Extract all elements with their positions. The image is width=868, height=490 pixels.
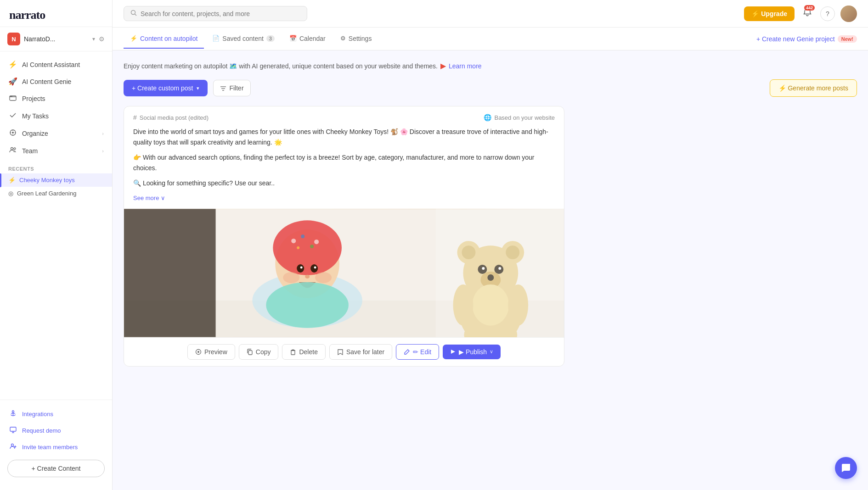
publish-label: ▶ Publish [459, 348, 487, 356]
notification-badge: 442 [804, 5, 815, 11]
sidebar-item-label: Team [22, 147, 97, 155]
chat-bubble-button[interactable] [835, 457, 857, 479]
workspace-gear-icon[interactable]: ⚙ [99, 35, 105, 43]
main-area: ⚡ Upgrade 442 ? ⚡ Content on autopilot 📄… [113, 0, 868, 490]
filter-button[interactable]: Filter [213, 80, 250, 96]
file-tab-icon: 📄 [212, 35, 220, 42]
tab-label: Saved content [222, 35, 264, 42]
anchor-icon [8, 410, 17, 418]
team-icon [8, 146, 17, 156]
create-post-label: + Create custom post [132, 84, 193, 92]
learn-more-link[interactable]: Learn more [449, 62, 482, 70]
integrations-link[interactable]: Integrations [0, 406, 112, 422]
preview-button[interactable]: Preview [187, 344, 235, 360]
sidebar-item-ai-assistant[interactable]: ⚡ AI Content Assistant [0, 56, 112, 73]
svg-rect-25 [124, 209, 216, 337]
tab-settings[interactable]: ⚙ Settings [334, 29, 378, 49]
recent-item-green-leaf[interactable]: ◎ Green Leaf Gardening [0, 187, 112, 200]
hash-icon: # [133, 114, 137, 121]
avatar-image [840, 6, 857, 22]
tab-label: Calendar [299, 35, 326, 42]
sidebar-item-label: Organize [22, 130, 97, 137]
svg-point-33 [310, 245, 314, 248]
request-demo-link[interactable]: Request demo [0, 422, 112, 439]
search-icon [130, 10, 137, 17]
workspace-name: NarratoD... [24, 35, 89, 43]
sidebar-item-ai-genie[interactable]: 🚀 AI Content Genie [0, 73, 112, 90]
edit-button[interactable]: ✏ Edit [396, 344, 439, 360]
search-input[interactable] [141, 10, 300, 17]
sidebar-item-organize[interactable]: Organize › [0, 125, 112, 142]
post-card-header: # Social media post (edited) 🌐 Based on … [124, 106, 564, 125]
edit-label: ✏ Edit [413, 348, 431, 356]
globe-icon: 🌐 [484, 114, 491, 121]
post-source: 🌐 Based on your website [484, 114, 555, 121]
topbar-right: ⚡ Upgrade 442 ? [744, 5, 857, 22]
create-custom-post-button[interactable]: + Create custom post ▾ [124, 80, 208, 96]
invite-team-link[interactable]: Invite team members [0, 439, 112, 455]
leaf-icon: ◎ [8, 190, 13, 197]
svg-point-36 [300, 266, 303, 268]
post-actions: Preview Copy Delete [124, 337, 564, 366]
svg-point-34 [297, 264, 304, 273]
content-area: Enjoy content marketing on autopilot 🗺️ … [113, 50, 868, 490]
help-button[interactable]: ? [820, 6, 835, 21]
folder-icon [8, 94, 17, 103]
save-later-label: Save for later [346, 348, 384, 356]
svg-rect-59 [436, 209, 564, 337]
recent-item-cheeky-monkey[interactable]: ⚡ Cheeky Monkey toys [0, 173, 112, 187]
upgrade-button[interactable]: ⚡ Upgrade [744, 6, 795, 21]
sidebar-bottom: Integrations Request demo I [0, 400, 112, 490]
create-genie-button[interactable]: + Create new Genie project New! [756, 35, 857, 43]
chevron-down-icon: ▾ [197, 85, 199, 91]
app-logo: narrato [9, 8, 45, 22]
integrations-label: Integrations [22, 411, 53, 418]
post-body-line-3: 🔍 Looking for something specific? Use ou… [133, 178, 555, 189]
youtube-icon: ▶ [440, 61, 446, 70]
see-more-button[interactable]: See more ∨ [133, 193, 555, 203]
sidebar-item-projects[interactable]: Projects [0, 90, 112, 107]
sidebar-item-my-tasks[interactable]: My Tasks [0, 107, 112, 125]
tab-label: Settings [349, 35, 372, 42]
user-avatar[interactable] [840, 6, 857, 22]
svg-point-9 [12, 411, 14, 412]
monitor-icon [8, 426, 17, 434]
copy-button[interactable]: Copy [239, 344, 279, 360]
post-source-label: Based on your website [494, 114, 555, 121]
post-body: Dive into the world of smart toys and ga… [124, 125, 564, 209]
svg-point-40 [315, 272, 332, 283]
calendar-tab-icon: 📅 [289, 35, 297, 42]
saved-badge: 3 [266, 35, 275, 42]
workspace-selector[interactable]: N NarratoD... ▾ ⚙ [0, 27, 112, 51]
lightning-icon: ⚡ [8, 60, 17, 69]
save-for-later-button[interactable]: Save for later [329, 344, 392, 360]
sidebar-item-label: My Tasks [22, 112, 104, 120]
svg-point-31 [314, 239, 319, 244]
tab-label: Content on autopilot [140, 35, 197, 42]
svg-point-2 [12, 132, 14, 134]
publish-button[interactable]: ▶ Publish ∨ [443, 345, 501, 359]
search-box[interactable] [124, 6, 307, 21]
organize-icon [8, 129, 17, 138]
sidebar-item-team[interactable]: Team › [0, 142, 112, 160]
svg-point-35 [310, 264, 318, 273]
chevron-right-icon: › [102, 131, 104, 136]
tab-autopilot[interactable]: ⚡ Content on autopilot [124, 29, 204, 49]
post-type-label: Social media post (edited) [140, 114, 209, 121]
create-content-button[interactable]: + Create Content [7, 460, 105, 477]
svg-point-39 [283, 272, 299, 283]
tab-calendar[interactable]: 📅 Calendar [283, 29, 332, 49]
tab-saved[interactable]: 📄 Saved content 3 [206, 29, 281, 49]
new-badge: New! [838, 35, 857, 43]
notification-button[interactable]: 442 [800, 5, 815, 22]
tabs-bar: ⚡ Content on autopilot 📄 Saved content 3… [113, 28, 868, 50]
post-body-line-2: 👉 With our advanced search options, find… [133, 152, 555, 173]
lightning-icon: ⚡ [8, 177, 16, 184]
delete-button[interactable]: Delete [282, 344, 325, 360]
svg-point-41 [266, 282, 349, 328]
sidebar-item-label: Projects [22, 95, 104, 102]
post-body-line-1: Dive into the world of smart toys and ga… [133, 127, 555, 148]
sidebar-item-label: AI Content Genie [22, 78, 104, 85]
rocket-icon: 🚀 [8, 77, 17, 86]
generate-more-button[interactable]: ⚡ Generate more posts [770, 79, 857, 97]
